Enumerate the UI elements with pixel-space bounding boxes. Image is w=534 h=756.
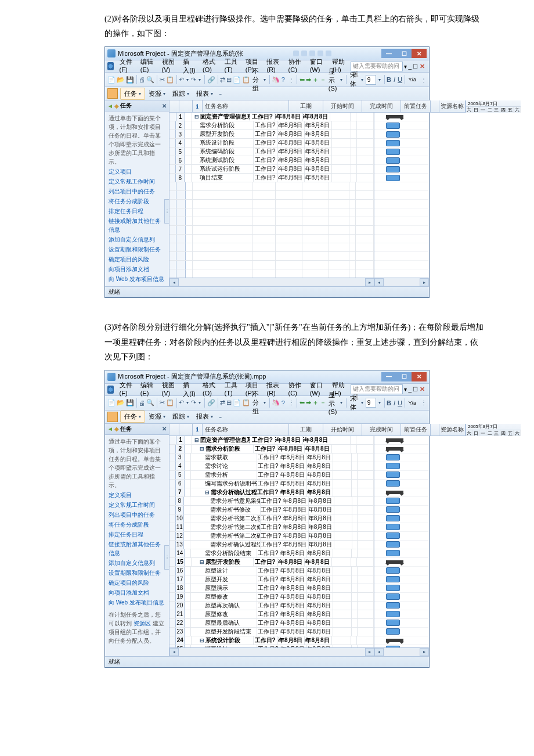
col-start[interactable]: 开始时间 — [323, 100, 362, 112]
menu-item[interactable]: 报表(R) — [263, 57, 284, 75]
group-selector[interactable]: 不分组 — [251, 390, 261, 416]
menu-item[interactable]: 工具(T) — [221, 381, 242, 398]
menu-item[interactable]: 窗口(W) — [306, 57, 329, 75]
open-icon[interactable]: 📂 — [117, 398, 125, 408]
table-row[interactable]: 6系统测试阶段1 工作日?2005年8月8日2005年8月8日 — [169, 156, 374, 165]
gantt-h-scrollbar[interactable]: ◂▸ — [374, 278, 429, 286]
task-bar[interactable] — [386, 620, 400, 626]
task-grid[interactable]: 1⊟固定资产管理信息系统项目（张沪1 工作日?2005年8月8日2005年8月8… — [169, 436, 374, 647]
help-icon[interactable]: ? — [281, 398, 285, 408]
table-row[interactable]: 5需求分析1 工作日?2005年8月8日2005年8月8日 — [169, 471, 374, 480]
gantt-h-scrollbar[interactable]: ◂▸ — [374, 647, 429, 656]
font-size[interactable]: 9 — [366, 398, 376, 408]
side-link[interactable]: 链接或附加其他任务信息 — [109, 217, 165, 234]
table-row[interactable]: 1⊟固定资产管理信息系统项目（张沪1 工作日?2005年8月8日2005年8月8… — [169, 113, 374, 121]
task-bar[interactable] — [386, 524, 400, 530]
menu-item[interactable]: 协作(C) — [285, 57, 306, 75]
summary-bar[interactable] — [386, 639, 403, 642]
menu-item[interactable]: 编辑(E) — [137, 57, 158, 75]
table-row[interactable] — [169, 200, 374, 208]
wizard-icon[interactable]: 🦄 — [272, 398, 280, 408]
task-bar[interactable] — [386, 541, 400, 548]
menu-item[interactable]: 编辑(E) — [137, 381, 158, 398]
home-icon[interactable]: ◆ — [114, 426, 119, 432]
task-bar[interactable] — [386, 166, 400, 172]
summary-bar[interactable] — [386, 491, 403, 494]
link-icon[interactable]: 🔗 — [207, 74, 215, 85]
col-duration[interactable]: 工期 — [289, 100, 323, 112]
side-link[interactable]: 向项目添加文档 — [109, 588, 165, 597]
help-search-input[interactable]: 键入需要帮助的问题 — [351, 62, 403, 71]
table-row[interactable] — [169, 261, 374, 269]
indent-icon[interactable]: ➡ — [306, 74, 311, 85]
task-bar[interactable] — [386, 157, 400, 164]
table-row[interactable] — [169, 226, 374, 235]
table-row[interactable]: 3原型开发阶段1 工作日?2005年8月8日2005年8月8日 — [169, 130, 374, 139]
side-collapse-handle[interactable] — [164, 199, 169, 224]
col-end[interactable]: 完成时间 — [362, 424, 401, 435]
minimize-button[interactable]: — — [381, 49, 396, 58]
show-minus-icon[interactable]: － — [320, 74, 326, 85]
undo-icon[interactable]: ↶ — [179, 398, 184, 408]
side-close-button[interactable]: ✕ — [162, 426, 167, 432]
copy-icon[interactable]: 📋 — [166, 74, 174, 85]
col-resources[interactable]: 资源名称 — [439, 100, 466, 112]
view-resources[interactable]: 资源▾ — [145, 88, 169, 99]
task-bar[interactable] — [386, 585, 400, 591]
side-link[interactable]: 排定任务日程 — [109, 207, 165, 215]
italic-button[interactable]: I — [392, 398, 396, 408]
table-row[interactable]: 23原型开发阶段结束1 工作日?2005年8月8日2005年8月8日 — [169, 628, 374, 636]
table-row[interactable]: 22原型最后确认1 工作日?2005年8月8日2005年8月8日 — [169, 619, 374, 628]
menu-item[interactable]: 文件(F) — [116, 57, 137, 75]
table-row[interactable]: 8需求分析书意见采集1 工作日?2005年8月8日2005年8月8日 — [169, 497, 374, 506]
task-bar[interactable] — [386, 576, 400, 582]
menu-item[interactable]: 格式(O) — [199, 57, 221, 75]
table-row[interactable]: 17原型开发1 工作日?2005年8月8日2005年8月8日 — [169, 575, 374, 584]
show-plus-icon[interactable]: ＋ — [312, 398, 319, 408]
task-bar[interactable] — [386, 454, 400, 460]
underline-button[interactable]: U — [398, 398, 402, 408]
wizard-icon[interactable]: 🦄 — [272, 74, 280, 85]
side-link[interactable]: 确定项目的风险 — [109, 578, 165, 587]
table-row[interactable]: 6编写需求分析说明书1 工作日?2005年8月8日2005年8月8日 — [169, 480, 374, 488]
info-icon[interactable]: 📄 — [233, 74, 241, 85]
summary-bar[interactable] — [386, 438, 403, 442]
italic-button[interactable]: I — [392, 74, 396, 85]
table-row[interactable]: 16原型设计1 工作日?2005年8月8日2005年8月8日 — [169, 567, 374, 575]
help-icon[interactable]: ? — [281, 74, 285, 85]
outdent-icon[interactable]: ⬅ — [300, 74, 305, 85]
summary-bar[interactable] — [386, 115, 403, 118]
task-bar[interactable] — [386, 149, 400, 155]
side-link[interactable]: 定义项目 — [109, 491, 165, 499]
table-row[interactable]: 7⊟需求分析确认过程1 工作日?2005年8月8日2005年8月8日 — [169, 488, 374, 497]
save-icon[interactable]: 💾 — [126, 398, 134, 408]
preview-icon[interactable]: 🔍 — [146, 398, 154, 408]
display-selector[interactable]: 显示(S) — [327, 391, 338, 415]
table-row[interactable]: 20原型再次确认1 工作日?2005年8月8日2005年8月8日 — [169, 602, 374, 610]
preview-icon[interactable]: 🔍 — [146, 74, 154, 85]
col-pred[interactable]: 前置任务 — [401, 100, 431, 112]
side-link[interactable]: 定义常规工作时间 — [109, 177, 165, 186]
maximize-button[interactable]: ☐ — [396, 372, 412, 381]
table-row[interactable]: 9需求分析书修改1 工作日?2005年8月8日2005年8月8日 — [169, 506, 374, 514]
font-name[interactable]: 宋体 — [349, 394, 358, 412]
table-row[interactable]: 19原型修改1 工作日?2005年8月8日2005年8月8日 — [169, 593, 374, 602]
group-selector[interactable]: 不分组 — [251, 67, 261, 93]
view-reports[interactable]: 报表▾ — [193, 88, 217, 99]
bold-button[interactable]: B — [387, 398, 391, 408]
menu-item[interactable]: 工具(T) — [221, 57, 242, 75]
task-grid[interactable]: 1⊟固定资产管理信息系统项目（张沪1 工作日?2005年8月8日2005年8月8… — [169, 113, 374, 278]
gantt-view-icon[interactable] — [107, 412, 118, 422]
menu-item[interactable]: 文件(F) — [116, 381, 137, 398]
side-link[interactable]: 定义项目 — [109, 167, 165, 176]
table-row[interactable]: 2⊟需求分析阶段1 工作日?2005年8月8日2005年8月8日 — [169, 445, 374, 453]
split-icon[interactable]: ⊞ — [226, 74, 232, 85]
cut-icon[interactable]: ✂ — [160, 398, 165, 408]
table-row[interactable] — [169, 243, 374, 252]
cut-icon[interactable]: ✂ — [160, 74, 165, 85]
save-icon[interactable]: 💾 — [126, 74, 134, 85]
task-bar[interactable] — [386, 498, 400, 504]
task-bar[interactable] — [386, 480, 400, 487]
col-start[interactable]: 开始时间 — [323, 424, 362, 435]
col-info[interactable]: ℹ — [193, 424, 203, 435]
